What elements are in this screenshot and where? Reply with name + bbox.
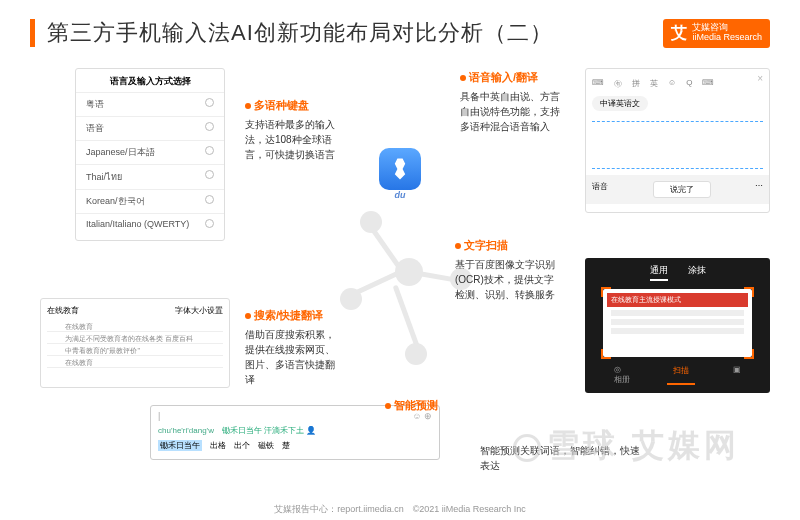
search-panel: 在线教育字体大小设置 在线教育 为满足不同受教育者的在线各类 百度百科 中青看教… [40,298,230,388]
page-title: 第三方手机输入法AI创新功能布局对比分析（二） [47,18,663,48]
ocr-panel: 通用涂抹 在线教育主流授课模式 ◎相册 扫描 ▣ [585,258,770,393]
ocr-frame: 在线教育主流授课模式 [603,289,752,357]
candidate[interactable]: 楚 [282,440,290,451]
tab[interactable]: 字体大小设置 [175,305,223,316]
paw-icon [379,148,421,190]
watermark: 雪球 艾媒网 [513,424,740,468]
scan-button[interactable]: 扫描 [667,365,695,385]
feature-search: 搜索/快捷翻译 借助百度搜索积累，提供在线搜索网页、图片、多语言快捷翻译 [245,308,340,387]
tab[interactable]: 在线教育 [47,305,79,316]
search-result[interactable]: 为满足不同受教育者的在线各类 百度百科 [47,332,223,344]
ocr-text: 在线教育主流授课模式 [607,293,748,307]
search-result[interactable]: 中青看教育的"最教评价" [47,344,223,356]
tab[interactable]: ㊒ [614,78,622,89]
logo-text: 艾媒咨询 iiMedia Research [692,23,762,43]
toolbar: ⌨ ㊒ 拼 英 ☺ Q ⌨ [592,75,763,92]
tab[interactable]: 英 [650,78,658,89]
radio-icon[interactable] [205,195,214,204]
candidate[interactable]: 磁铁 [258,440,274,451]
done-button[interactable]: 说完了 [653,181,711,198]
candidate[interactable]: 出格 [210,440,226,451]
logo-icon: 艾 [671,23,687,44]
footer: 艾媒报告中心：report.iimedia.cn ©2021 iiMedia R… [0,503,800,516]
mode-pill[interactable]: 中译英语文 [592,96,648,111]
search-result[interactable]: 在线教育 [47,320,223,332]
radio-icon[interactable] [205,98,214,107]
feature-voice: 语音输入/翻译 具备中英自由说、方言自由说特色功能，支持多语种混合语音输入 [460,70,560,134]
close-icon[interactable]: × [757,73,763,84]
language-panel: 语言及输入方式选择 粤语 语音 Japanese/日本語 Thai/ไทย Ko… [75,68,225,241]
radio-icon[interactable] [205,146,214,155]
list-item[interactable]: Korean/한국어 [76,189,224,213]
list-item[interactable]: Thai/ไทย [76,164,224,189]
waveform-icon [592,121,763,169]
tab[interactable]: ⌨ [592,78,604,89]
voice-panel: × ⌨ ㊒ 拼 英 ☺ Q ⌨ 中译英语文 语音 说完了 ⋯ [585,68,770,213]
panel-header: 语言及输入方式选择 [76,75,224,92]
camera-icon[interactable]: ◎相册 [614,365,630,385]
baidu-logo: du [370,148,430,208]
feature-predict-title: 智能预测 [385,398,455,417]
radio-icon[interactable] [205,122,214,131]
list-item[interactable]: Italian/Italiano (QWERTY) [76,213,224,234]
pinyin-text: chu'he'ri'dang'w [158,426,214,435]
brand-logo: 艾 艾媒咨询 iiMedia Research [663,19,770,48]
list-item[interactable]: Japanese/日本語 [76,140,224,164]
radio-icon[interactable] [205,170,214,179]
candidate[interactable]: 锄禾日当午 [158,440,202,451]
accent-bar [30,19,35,47]
watermark-icon [513,434,541,462]
radio-icon[interactable] [205,219,214,228]
feature-multilang: 多语种键盘 支持语种最多的输入法，达108种全球语言，可快捷切换语言 [245,98,335,162]
tab[interactable]: 通用 [650,264,668,281]
search-result[interactable]: 在线教育 [47,356,223,368]
list-item[interactable]: 粤语 [76,92,224,116]
tab[interactable]: 涂抹 [688,264,706,281]
tab[interactable]: ⌨ [702,78,714,89]
feature-ocr: 文字扫描 基于百度图像文字识别(OCR)技术，提供文字检测、识别、转换服务 [455,238,555,302]
voice-button[interactable]: 语音 [592,181,608,198]
candidate-bar: 锄禾日当午 出格 出个 磁铁 楚 [154,438,436,453]
content: 语言及输入方式选择 粤语 语音 Japanese/日本語 Thai/ไทย Ko… [0,58,800,498]
tab[interactable]: Q [686,78,692,89]
candidate[interactable]: 出个 [234,440,250,451]
connector-graph [340,203,460,363]
tab[interactable]: 拼 [632,78,640,89]
tab[interactable]: ☺ [668,78,676,89]
suggestion-text[interactable]: 锄禾日当午 汗滴禾下土 [222,426,304,435]
list-item[interactable]: 语音 [76,116,224,140]
header: 第三方手机输入法AI创新功能布局对比分析（二） 艾 艾媒咨询 iiMedia R… [0,0,800,58]
gallery-icon[interactable]: ▣ [733,365,741,385]
more-icon[interactable]: ⋯ [755,181,763,198]
